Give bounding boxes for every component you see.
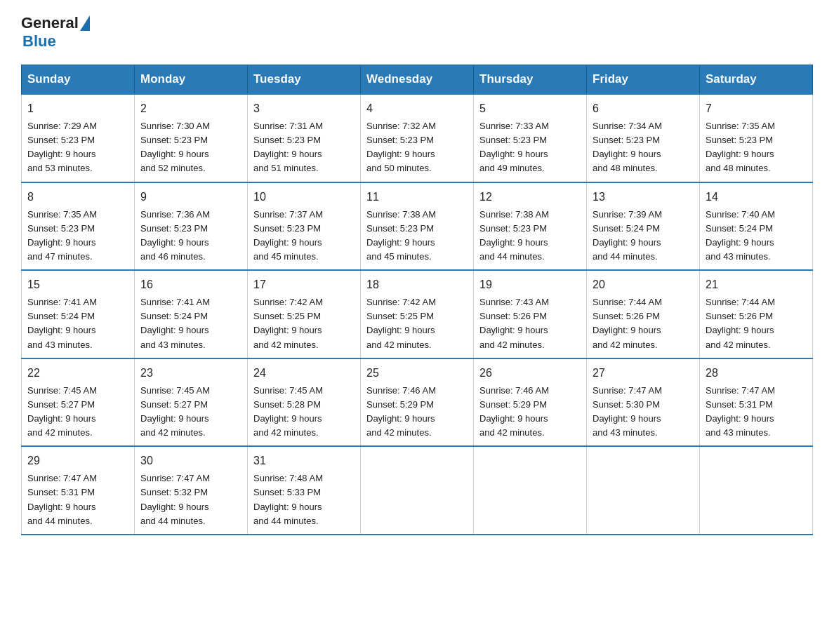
- calendar-cell: 24Sunrise: 7:45 AMSunset: 5:28 PMDayligh…: [248, 358, 361, 447]
- day-number: 27: [593, 365, 694, 382]
- calendar-cell: 12Sunrise: 7:38 AMSunset: 5:23 PMDayligh…: [474, 182, 587, 271]
- calendar-week-row-5: 29Sunrise: 7:47 AMSunset: 5:31 PMDayligh…: [22, 446, 813, 535]
- calendar-cell: 2Sunrise: 7:30 AMSunset: 5:23 PMDaylight…: [135, 94, 248, 182]
- day-number: 4: [366, 100, 468, 117]
- day-number: 13: [593, 189, 694, 206]
- day-number: 29: [27, 452, 128, 469]
- day-info: Sunrise: 7:30 AMSunset: 5:23 PMDaylight:…: [140, 121, 210, 173]
- day-number: 8: [27, 189, 128, 206]
- header-friday: Friday: [587, 65, 700, 95]
- day-info: Sunrise: 7:46 AMSunset: 5:29 PMDaylight:…: [479, 385, 549, 438]
- day-info: Sunrise: 7:39 AMSunset: 5:24 PMDaylight:…: [593, 209, 662, 262]
- calendar-cell: 4Sunrise: 7:32 AMSunset: 5:23 PMDaylight…: [361, 94, 474, 182]
- day-info: Sunrise: 7:44 AMSunset: 5:26 PMDaylight:…: [706, 297, 775, 349]
- day-number: 11: [366, 189, 468, 206]
- day-info: Sunrise: 7:41 AMSunset: 5:24 PMDaylight:…: [140, 297, 210, 349]
- day-number: 2: [140, 100, 241, 117]
- logo: General Blue: [21, 14, 91, 51]
- day-info: Sunrise: 7:29 AMSunset: 5:23 PMDaylight:…: [27, 121, 97, 173]
- calendar-cell: [587, 446, 700, 535]
- calendar-cell: 28Sunrise: 7:47 AMSunset: 5:31 PMDayligh…: [700, 358, 813, 447]
- day-info: Sunrise: 7:35 AMSunset: 5:23 PMDaylight:…: [706, 121, 775, 173]
- day-number: 1: [27, 100, 128, 117]
- day-number: 24: [253, 365, 355, 382]
- day-info: Sunrise: 7:35 AMSunset: 5:23 PMDaylight:…: [27, 209, 97, 262]
- calendar-week-row-2: 8Sunrise: 7:35 AMSunset: 5:23 PMDaylight…: [22, 182, 813, 271]
- day-number: 25: [366, 365, 468, 382]
- calendar-cell: 9Sunrise: 7:36 AMSunset: 5:23 PMDaylight…: [135, 182, 248, 271]
- day-info: Sunrise: 7:41 AMSunset: 5:24 PMDaylight:…: [27, 297, 97, 349]
- calendar-cell: 23Sunrise: 7:45 AMSunset: 5:27 PMDayligh…: [135, 358, 248, 447]
- day-number: 28: [706, 365, 807, 382]
- day-number: 23: [140, 365, 241, 382]
- day-number: 16: [140, 276, 241, 293]
- weekday-header-row: Sunday Monday Tuesday Wednesday Thursday…: [22, 65, 813, 95]
- calendar-cell: 1Sunrise: 7:29 AMSunset: 5:23 PMDaylight…: [22, 94, 135, 182]
- calendar-cell: 27Sunrise: 7:47 AMSunset: 5:30 PMDayligh…: [587, 358, 700, 447]
- calendar-cell: 10Sunrise: 7:37 AMSunset: 5:23 PMDayligh…: [248, 182, 361, 271]
- day-info: Sunrise: 7:45 AMSunset: 5:27 PMDaylight:…: [27, 385, 97, 438]
- calendar-cell: 19Sunrise: 7:43 AMSunset: 5:26 PMDayligh…: [474, 270, 587, 358]
- day-number: 10: [253, 189, 355, 206]
- day-number: 31: [253, 452, 355, 469]
- day-number: 22: [27, 365, 128, 382]
- calendar-cell: 30Sunrise: 7:47 AMSunset: 5:32 PMDayligh…: [135, 446, 248, 535]
- calendar-cell: 11Sunrise: 7:38 AMSunset: 5:23 PMDayligh…: [361, 182, 474, 271]
- calendar-cell: [474, 446, 587, 535]
- day-number: 12: [479, 189, 581, 206]
- day-info: Sunrise: 7:38 AMSunset: 5:23 PMDaylight:…: [366, 209, 436, 262]
- calendar-cell: 16Sunrise: 7:41 AMSunset: 5:24 PMDayligh…: [135, 270, 248, 358]
- day-info: Sunrise: 7:34 AMSunset: 5:23 PMDaylight:…: [593, 121, 662, 173]
- calendar-cell: [361, 446, 474, 535]
- header-wednesday: Wednesday: [361, 65, 474, 95]
- day-number: 9: [140, 189, 241, 206]
- day-number: 30: [140, 452, 241, 469]
- day-info: Sunrise: 7:45 AMSunset: 5:28 PMDaylight:…: [253, 385, 323, 438]
- day-number: 7: [706, 100, 807, 117]
- calendar-week-row-4: 22Sunrise: 7:45 AMSunset: 5:27 PMDayligh…: [22, 358, 813, 447]
- day-number: 21: [706, 276, 807, 293]
- header-sunday: Sunday: [22, 65, 135, 95]
- header-saturday: Saturday: [700, 65, 813, 95]
- day-info: Sunrise: 7:42 AMSunset: 5:25 PMDaylight:…: [366, 297, 436, 349]
- day-number: 17: [253, 276, 355, 293]
- header-monday: Monday: [135, 65, 248, 95]
- logo-triangle-icon: [80, 15, 90, 31]
- day-info: Sunrise: 7:47 AMSunset: 5:31 PMDaylight:…: [27, 473, 97, 525]
- day-info: Sunrise: 7:40 AMSunset: 5:24 PMDaylight:…: [706, 209, 775, 262]
- day-info: Sunrise: 7:31 AMSunset: 5:23 PMDaylight:…: [253, 121, 323, 173]
- header-tuesday: Tuesday: [248, 65, 361, 95]
- calendar-cell: 15Sunrise: 7:41 AMSunset: 5:24 PMDayligh…: [22, 270, 135, 358]
- calendar-cell: [700, 446, 813, 535]
- logo-blue-text: Blue: [22, 32, 56, 51]
- day-number: 20: [593, 276, 694, 293]
- calendar-cell: 14Sunrise: 7:40 AMSunset: 5:24 PMDayligh…: [700, 182, 813, 271]
- day-number: 14: [706, 189, 807, 206]
- calendar-cell: 7Sunrise: 7:35 AMSunset: 5:23 PMDaylight…: [700, 94, 813, 182]
- day-info: Sunrise: 7:43 AMSunset: 5:26 PMDaylight:…: [479, 297, 549, 349]
- day-info: Sunrise: 7:38 AMSunset: 5:23 PMDaylight:…: [479, 209, 549, 262]
- day-number: 5: [479, 100, 581, 117]
- day-number: 26: [479, 365, 581, 382]
- calendar-cell: 26Sunrise: 7:46 AMSunset: 5:29 PMDayligh…: [474, 358, 587, 447]
- calendar-cell: 18Sunrise: 7:42 AMSunset: 5:25 PMDayligh…: [361, 270, 474, 358]
- calendar-cell: 13Sunrise: 7:39 AMSunset: 5:24 PMDayligh…: [587, 182, 700, 271]
- calendar-table: Sunday Monday Tuesday Wednesday Thursday…: [21, 65, 813, 535]
- day-info: Sunrise: 7:42 AMSunset: 5:25 PMDaylight:…: [253, 297, 323, 349]
- calendar-week-row-3: 15Sunrise: 7:41 AMSunset: 5:24 PMDayligh…: [22, 270, 813, 358]
- calendar-cell: 20Sunrise: 7:44 AMSunset: 5:26 PMDayligh…: [587, 270, 700, 358]
- calendar-cell: 25Sunrise: 7:46 AMSunset: 5:29 PMDayligh…: [361, 358, 474, 447]
- header-thursday: Thursday: [474, 65, 587, 95]
- day-number: 6: [593, 100, 694, 117]
- calendar-cell: 6Sunrise: 7:34 AMSunset: 5:23 PMDaylight…: [587, 94, 700, 182]
- calendar-cell: 29Sunrise: 7:47 AMSunset: 5:31 PMDayligh…: [22, 446, 135, 535]
- day-info: Sunrise: 7:44 AMSunset: 5:26 PMDaylight:…: [593, 297, 662, 349]
- day-number: 3: [253, 100, 355, 117]
- calendar-cell: 17Sunrise: 7:42 AMSunset: 5:25 PMDayligh…: [248, 270, 361, 358]
- calendar-cell: 3Sunrise: 7:31 AMSunset: 5:23 PMDaylight…: [248, 94, 361, 182]
- calendar-cell: 8Sunrise: 7:35 AMSunset: 5:23 PMDaylight…: [22, 182, 135, 271]
- day-info: Sunrise: 7:33 AMSunset: 5:23 PMDaylight:…: [479, 121, 549, 173]
- day-info: Sunrise: 7:32 AMSunset: 5:23 PMDaylight:…: [366, 121, 436, 173]
- day-info: Sunrise: 7:36 AMSunset: 5:23 PMDaylight:…: [140, 209, 210, 262]
- day-info: Sunrise: 7:47 AMSunset: 5:31 PMDaylight:…: [706, 385, 775, 438]
